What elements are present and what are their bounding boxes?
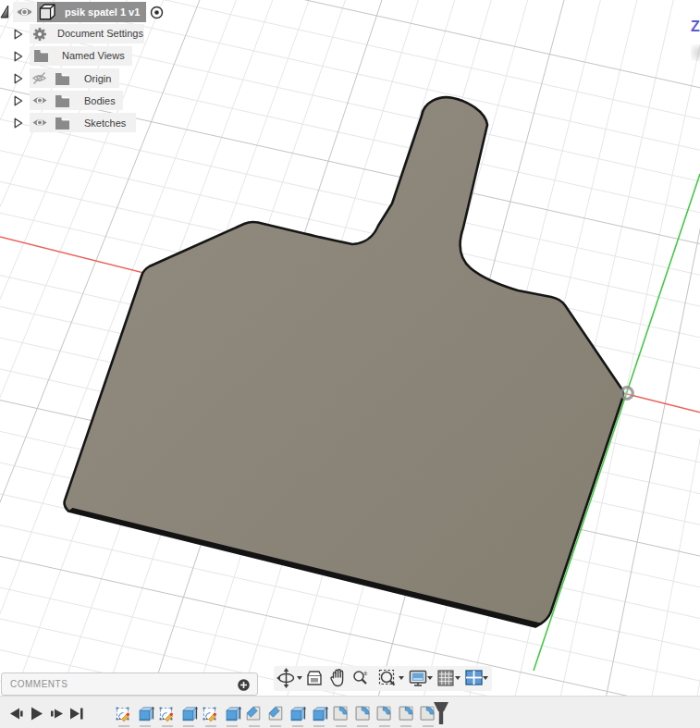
svg-text:±: ± (363, 670, 368, 677)
svg-text:Z: Z (691, 19, 700, 34)
